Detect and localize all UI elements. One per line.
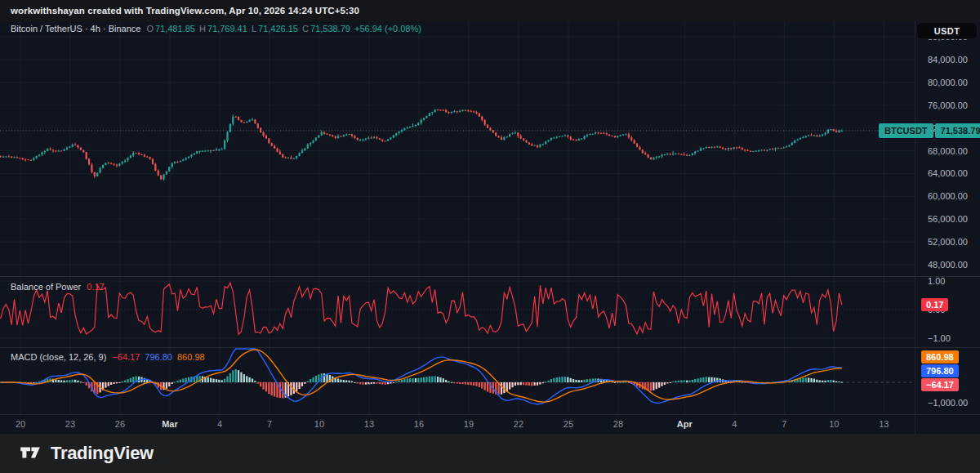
time-tick-label: 25 xyxy=(564,419,573,429)
price-tick-label: 64,000.00 xyxy=(928,167,968,179)
bop-legend: Balance of Power 0.17 xyxy=(11,282,105,292)
macd-signal-badge: 860.98 xyxy=(921,350,959,364)
close-value: 71,538.79 xyxy=(310,24,350,33)
price-tick-label: 84,000.00 xyxy=(928,54,968,65)
attribution-bar: workwithshayan created with TradingView.… xyxy=(0,0,980,21)
price-tick-label: 56,000.00 xyxy=(928,213,968,225)
time-tick-label: 7 xyxy=(267,419,272,429)
symbol-legend: Bitcoin / TetherUS · 4h · Binance O71,48… xyxy=(11,24,423,33)
open-value: 71,481.85 xyxy=(155,24,195,33)
time-tick-label: 20 xyxy=(16,419,25,429)
macd-signal-value: 860.98 xyxy=(177,352,205,362)
tradingview-wordmark[interactable]: TradingView xyxy=(51,443,154,464)
time-tick-label: 13 xyxy=(879,419,889,429)
time-tick-label: 26 xyxy=(115,419,125,429)
time-tick-label: 13 xyxy=(364,419,374,429)
symbol-name-label: BTCUSDT xyxy=(879,123,933,138)
high-label: H xyxy=(199,24,206,33)
low-value: 71,426.15 xyxy=(258,24,298,33)
open-label: O xyxy=(146,24,154,33)
footer-bar: TradingView xyxy=(0,434,980,473)
price-tick-label: 48,000.00 xyxy=(928,259,968,270)
tradingview-logo-icon[interactable] xyxy=(18,441,42,466)
chart-plot-svg[interactable] xyxy=(0,21,980,434)
currency-toggle-button[interactable]: USDT xyxy=(916,22,978,39)
time-tick-label: 4 xyxy=(732,419,737,429)
time-tick-label: 19 xyxy=(464,419,474,429)
attribution-text: workwithshayan created with TradingView.… xyxy=(11,6,359,16)
macd-title[interactable]: MACD (close, 12, 26, 9) xyxy=(11,352,106,362)
change-value: +56.94 (+0.08%) xyxy=(354,24,421,33)
bop-line xyxy=(1,283,842,334)
time-tick-label: 7 xyxy=(782,419,786,429)
high-value: 71,769.41 xyxy=(207,24,247,33)
close-label: C xyxy=(302,24,309,33)
time-tick-label: 22 xyxy=(514,419,523,429)
time-tick-label: 23 xyxy=(65,419,75,429)
macd-line-badge: 796.80 xyxy=(921,364,959,377)
price-tick-label: 60,000.00 xyxy=(928,190,968,202)
symbol-title[interactable]: Bitcoin / TetherUS · 4h · Binance xyxy=(11,24,140,33)
time-tick-label: 16 xyxy=(414,419,424,429)
ohlc-values: O71,481.85 H71,769.41 L71,426.15 C71,538… xyxy=(146,24,423,33)
candlestick-series xyxy=(0,109,843,181)
macd-tick-label: −1,000.00 xyxy=(928,397,968,408)
last-price-badge: BTCUSDT 71,538.79 xyxy=(879,123,980,138)
time-tick-label: Apr xyxy=(677,419,693,429)
bop-value-badge: 0.17 xyxy=(921,298,948,311)
macd-line-value: 796.80 xyxy=(145,352,172,362)
price-tick-label: 68,000.00 xyxy=(928,145,968,157)
chart-area[interactable]: Bitcoin / TetherUS · 4h · Binance O71,48… xyxy=(0,21,980,434)
time-tick-label: 10 xyxy=(829,419,839,429)
price-tick-label: 80,000.00 xyxy=(928,77,968,88)
last-price-value: 71,538.79 xyxy=(935,123,980,138)
bop-title[interactable]: Balance of Power xyxy=(11,282,81,292)
price-tick-label: 52,000.00 xyxy=(928,236,968,248)
time-tick-label: 10 xyxy=(314,419,324,429)
low-label: L xyxy=(252,24,256,33)
time-tick-label: Mar xyxy=(162,419,178,429)
bop-tick-label: −1.00 xyxy=(928,332,951,344)
bop-tick-label: 1.00 xyxy=(928,275,945,287)
time-tick-label: 4 xyxy=(217,419,222,429)
macd-histogram-value: −64.17 xyxy=(112,352,140,362)
macd-histogram-badge: −64.17 xyxy=(921,378,959,391)
bop-value: 0.17 xyxy=(87,282,104,292)
time-tick-label: 28 xyxy=(613,419,623,429)
macd-histogram xyxy=(0,369,843,398)
price-tick-label: 76,000.00 xyxy=(928,100,968,111)
macd-legend: MACD (close, 12, 26, 9) −64.17 796.80 86… xyxy=(11,352,205,362)
